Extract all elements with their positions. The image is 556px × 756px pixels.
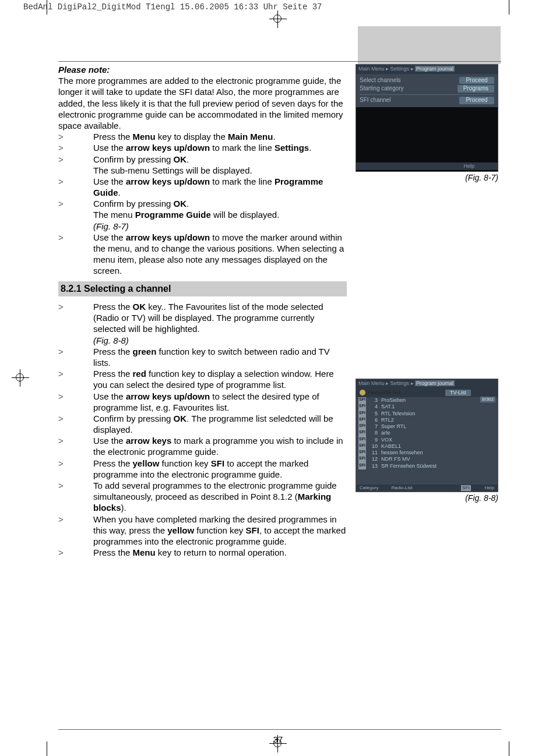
channel-name: SAT.1 — [381, 404, 395, 410]
menu-row: SFI channel Proceed — [360, 96, 494, 105]
instruction-step: >Use the arrow keys up/down to select th… — [58, 391, 347, 413]
instruction-step: >Press the yellow function key SFI to ac… — [58, 458, 347, 480]
sfi-tag: SFI — [358, 456, 366, 462]
channel-number: 4 — [370, 404, 378, 410]
channel-number: 8 — [370, 430, 378, 436]
empty-area — [356, 107, 498, 162]
sfi-tag: SFI — [358, 430, 366, 436]
menu-label: Starting category — [360, 85, 404, 93]
channel-number: 13 — [370, 463, 378, 469]
step-body: When you have completed marking the desi… — [93, 514, 347, 547]
separator — [360, 94, 494, 95]
steps-list-a: >Press the Menu key to display the Main … — [58, 131, 347, 276]
step-marker: > — [58, 547, 93, 558]
menu-label: SFI channel — [360, 97, 390, 104]
instruction-step: >Press the OK key.. The Favourites list … — [58, 301, 347, 346]
globe-icon — [360, 390, 365, 395]
page-number: 37 — [273, 734, 283, 744]
step-body: Use the arrow keys up/down to mark the l… — [93, 142, 347, 153]
breadcrumb-current: Program journal — [415, 380, 455, 386]
crop-mark — [47, 0, 47, 15]
channel-name: Super RTL — [381, 423, 406, 430]
sfi-tag: SFI — [358, 443, 366, 450]
instruction-step: >Press the red function key to display a… — [58, 368, 347, 390]
channel-number: 10 — [370, 443, 378, 450]
instruction-step: >Confirm by pressing OK. The programme l… — [58, 413, 347, 435]
favourite-bar: Favourite list TV-List — [356, 388, 498, 398]
horizontal-rule — [58, 729, 501, 730]
steps-list-b: >Press the OK key.. The Favourites list … — [58, 301, 347, 558]
step-marker: > — [58, 346, 93, 368]
instruction-step: >When you have completed marking the des… — [58, 514, 347, 547]
figure-caption: (Fig. 8-7) — [356, 173, 498, 183]
crop-mark — [47, 741, 47, 756]
channel-row: SFI11hessen fernsehen — [358, 450, 495, 456]
channel-row: SFI7Super RTL — [358, 423, 495, 430]
figure-footer: Help — [356, 162, 498, 171]
crop-mark — [509, 741, 509, 756]
step-body: Press the red function key to display a … — [93, 368, 347, 390]
channel-row: SFI5RTL Television — [358, 411, 495, 417]
channel-name: hessen fernsehen — [381, 450, 423, 456]
channel-row: SFI9VOX — [358, 437, 495, 443]
step-body: Use the arrow keys up/down to mark the l… — [93, 176, 347, 198]
breadcrumb: Main Menu ▸ Settings ▸ Program journal — [356, 379, 498, 388]
tv-list-label: TV-List — [445, 390, 471, 397]
step-marker: > — [58, 480, 93, 514]
sfi-tag: SFI — [358, 463, 366, 469]
menu-button: Programs — [458, 85, 494, 93]
step-body: Press the green function key to switch b… — [93, 346, 347, 368]
step-body: Press the Menu key to return to normal o… — [93, 547, 347, 558]
registration-mark-icon — [12, 369, 29, 387]
step-marker: > — [58, 368, 93, 390]
channel-name: RTL2 — [381, 417, 394, 423]
sfi-tag: SFI — [358, 411, 366, 417]
channel-name: VOX — [381, 437, 392, 443]
channel-table: SFI3ProSiebenSFI4SAT.1SFI5RTL Television… — [356, 397, 498, 469]
step-marker: > — [58, 301, 93, 346]
menu-button: Proceed — [459, 97, 494, 104]
sfi-tag: SFI — [358, 417, 366, 423]
channel-number: 12 — [370, 456, 378, 462]
page-content: Main Menu ▸ Settings ▸ Program journal S… — [58, 61, 501, 558]
instruction-step: >Use the arrow keys up/down to move the … — [58, 232, 347, 277]
instruction-step: >Confirm by pressing OK.The menu Program… — [58, 198, 347, 232]
channel-name: RTL Television — [381, 411, 415, 417]
foot-category: Category — [360, 485, 378, 491]
channel-name: KABEL1 — [381, 443, 401, 450]
step-body: Confirm by pressing OK.The menu Programm… — [93, 198, 347, 232]
step-marker: > — [58, 142, 93, 153]
breadcrumb-current: Program journal — [415, 66, 455, 72]
step-marker: > — [58, 514, 93, 547]
help-label: Help — [463, 163, 474, 170]
channel-row: SFI8arte — [358, 430, 495, 436]
breadcrumb-text: Main Menu ▸ Settings ▸ — [358, 66, 415, 72]
channel-number: 11 — [370, 450, 378, 456]
favourite-label: Favourite list — [368, 390, 400, 397]
instruction-step: >Use the arrow keys to mark a programme … — [58, 435, 347, 457]
step-body: Use the arrow keys up/down to select the… — [93, 391, 347, 413]
menu-row: Select channels Proceed — [360, 76, 494, 85]
step-marker: > — [58, 458, 93, 480]
menu-body: Select channels Proceed Starting categor… — [356, 74, 498, 107]
channel-number: 9 — [370, 437, 378, 443]
step-body: Press the yellow function key SFI to acc… — [93, 458, 347, 480]
sfi-tag: SFI — [358, 423, 366, 430]
foot-radio-list: Radio-List — [391, 485, 412, 491]
crop-mark — [509, 0, 509, 15]
sfi-tag: SFI — [358, 404, 366, 410]
step-marker: > — [58, 413, 93, 435]
sfi-tag: SFI — [358, 450, 366, 456]
menu-row: Starting category Programs — [360, 84, 494, 93]
step-marker: > — [58, 391, 93, 413]
channel-name: ProSieben — [381, 397, 406, 404]
channel-name: arte — [381, 430, 390, 436]
channel-row: SFI6RTL2 — [358, 417, 495, 423]
text-column: Main Menu ▸ Settings ▸ Program journal S… — [58, 64, 347, 558]
step-body: Confirm by pressing OK.The sub-menu Sett… — [93, 154, 347, 176]
step-marker: > — [58, 232, 93, 277]
instruction-step: >Press the Menu key to return to normal … — [58, 547, 347, 558]
screenshot-frame: Main Menu ▸ Settings ▸ Program journal S… — [356, 64, 498, 172]
channel-row: SFI13SR Fernsehen Südwest — [358, 463, 495, 469]
channel-row: SFI4SAT.1 — [358, 404, 495, 410]
